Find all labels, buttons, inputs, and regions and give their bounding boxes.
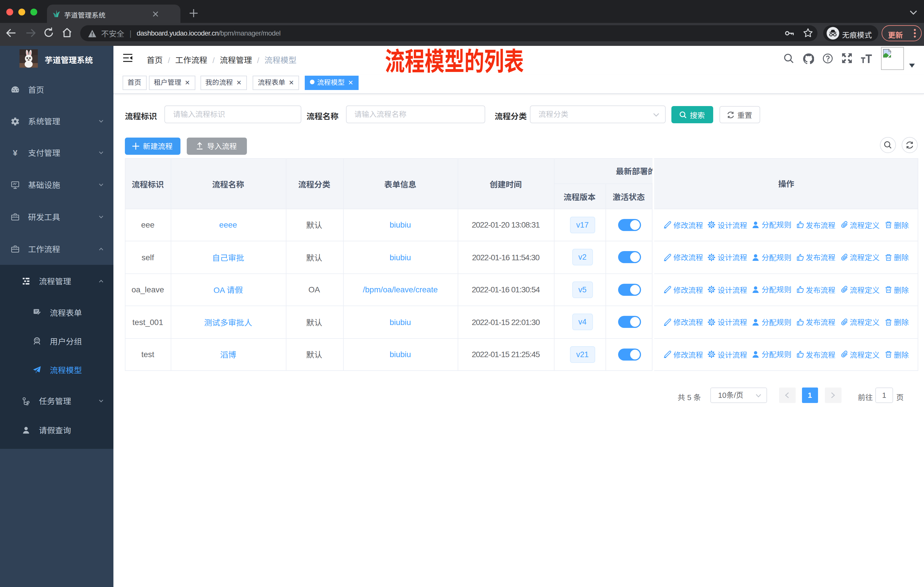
svg-text:¥: ¥: [13, 148, 18, 157]
